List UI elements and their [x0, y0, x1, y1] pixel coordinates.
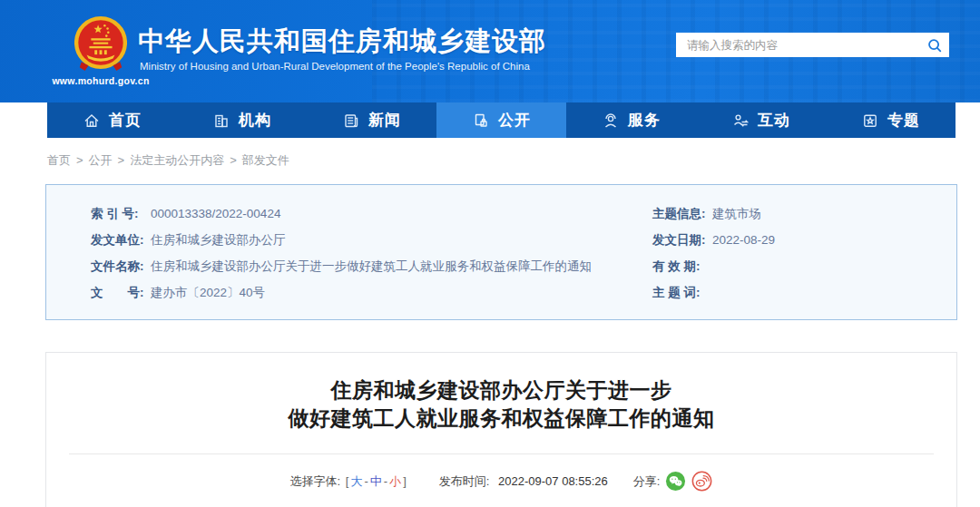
nav-tab-topics[interactable]: 专题 [826, 102, 956, 138]
nav-tab-home[interactable]: 首页 [47, 102, 177, 138]
star-badge-icon [861, 112, 879, 130]
nav-tab-disclosure[interactable]: 公开 [436, 102, 566, 138]
meta-value: 2022-08-29 [712, 233, 775, 247]
publish-time-value: 2022-09-07 08:55:26 [498, 474, 608, 488]
site-header: www.mohurd.gov.cn 中华人民共和国住房和城乡建设部 Minist… [0, 0, 980, 102]
nav-tab-org[interactable]: 机构 [177, 102, 307, 138]
site-title: 中华人民共和国住房和城乡建设部 [138, 24, 546, 60]
meta-value: 住房和城乡建设部办公厅关于进一步做好建筑工人就业服务和权益保障工作的通知 [151, 258, 592, 275]
nav-tab-label: 公开 [498, 110, 531, 131]
bracket-open: [ [344, 474, 351, 488]
home-icon [83, 112, 101, 130]
meta-row-file-name: 文件名称: 住房和城乡建设部办公厅关于进一步做好建筑工人就业服务和权益保障工作的… [91, 253, 652, 279]
site-url: www.mohurd.gov.cn [33, 75, 169, 86]
breadcrumb-item-statutory[interactable]: 法定主动公开内容 [130, 153, 224, 167]
meta-row-issuing-unit: 发文单位: 住房和城乡建设部办公厅 [91, 227, 652, 253]
building-icon [212, 112, 230, 130]
title-divider [69, 453, 934, 454]
breadcrumb-item-disclosure[interactable]: 公开 [89, 153, 113, 167]
national-emblem-icon [74, 16, 127, 73]
nav-tab-label: 机构 [239, 110, 271, 131]
meta-label: 文 号: [91, 285, 151, 301]
meta-label: 发文单位: [91, 232, 151, 249]
search-icon [926, 37, 943, 54]
nav-tab-label: 服务 [628, 110, 661, 131]
meta-row-issue-date: 发文日期: 2022-08-29 [652, 227, 956, 253]
meta-label: 发文日期: [652, 232, 712, 249]
document-title-line2: 做好建筑工人就业服务和权益保障工作的通知 [46, 405, 956, 433]
breadcrumb-separator: > [224, 153, 242, 167]
nav-tab-label: 专题 [887, 110, 920, 131]
publish-time-group: 发布时间: 2022-09-07 08:55:26 [439, 473, 608, 490]
meta-label: 主 题 词: [652, 285, 712, 301]
meta-label: 主题信息: [652, 206, 712, 222]
page: www.mohurd.gov.cn 中华人民共和国住房和城乡建设部 Minist… [0, 0, 980, 507]
meta-label: 索 引 号: [91, 206, 151, 222]
nav-tab-label: 首页 [109, 110, 142, 131]
breadcrumb: 首页>公开>法定主动公开内容>部发文件 [47, 152, 289, 169]
meta-row-topic-info: 主题信息: 建筑市场 [652, 200, 956, 227]
share-label: 分享: [633, 473, 661, 490]
nav-tab-services[interactable]: 服务 [566, 102, 696, 138]
breadcrumb-separator: > [71, 153, 89, 167]
search-button[interactable] [920, 33, 949, 57]
font-size-medium-link[interactable]: 中 [370, 473, 382, 490]
breadcrumb-item-current: 部发文件 [242, 153, 289, 167]
dash: - [362, 474, 369, 488]
wechat-share-icon[interactable] [665, 471, 686, 492]
meta-value: 000013338/2022-00424 [151, 207, 280, 220]
meta-row-doc-number: 文 号: 建办市〔2022〕40号 [91, 279, 652, 306]
document-box: 住房和城乡建设部办公厅关于进一步 做好建筑工人就业服务和权益保障工作的通知 选择… [45, 352, 957, 507]
meta-row-index-number: 索 引 号: 000013338/2022-00424 [91, 200, 652, 227]
search-input[interactable] [676, 39, 920, 52]
font-size-small-link[interactable]: 小 [389, 473, 401, 490]
search-box [676, 33, 949, 57]
article-meta-row: 选择字体: [大-中-小] 发布时间: 2022-09-07 08:55:26 … [46, 471, 956, 492]
nav-tab-interaction[interactable]: 互动 [696, 102, 826, 138]
share-group: 分享: [633, 471, 713, 492]
document-meta-box: 索 引 号: 000013338/2022-00424 发文单位: 住房和城乡建… [45, 184, 957, 320]
weibo-share-icon[interactable] [691, 471, 712, 492]
meta-label: 有 效 期: [652, 258, 712, 275]
service-person-icon [602, 112, 620, 130]
news-icon [342, 112, 360, 130]
font-size-large-link[interactable]: 大 [350, 473, 362, 490]
dash: - [382, 474, 389, 488]
breadcrumb-separator: > [113, 153, 131, 167]
document-lock-icon [472, 112, 490, 130]
meta-value: 住房和城乡建设部办公厅 [151, 232, 286, 249]
meta-value: 建筑市场 [712, 206, 761, 222]
breadcrumb-item-home[interactable]: 首页 [47, 153, 71, 167]
font-selector-label: 选择字体: [290, 473, 341, 490]
publish-time-label: 发布时间: [439, 474, 490, 488]
font-size-selector: 选择字体: [大-中-小] [290, 473, 408, 490]
meta-value: 建办市〔2022〕40号 [151, 285, 265, 301]
nav-tab-news[interactable]: 新闻 [307, 102, 436, 138]
meta-row-validity: 有 效 期: [652, 253, 956, 279]
document-title-line1: 住房和城乡建设部办公厅关于进一步 [46, 376, 956, 405]
site-subtitle: Ministry of Housing and Urban-Rural Deve… [140, 61, 530, 72]
nav-tab-label: 新闻 [368, 110, 401, 131]
bracket-close: ] [401, 474, 408, 488]
nav-tab-label: 互动 [758, 110, 790, 131]
main-nav: 首页 机构 新闻 公开 [47, 102, 956, 138]
meta-label: 文件名称: [91, 258, 151, 275]
meta-row-keywords: 主 题 词: [652, 279, 956, 306]
person-arrows-icon [731, 112, 750, 130]
document-title: 住房和城乡建设部办公厅关于进一步 做好建筑工人就业服务和权益保障工作的通知 [46, 376, 956, 433]
